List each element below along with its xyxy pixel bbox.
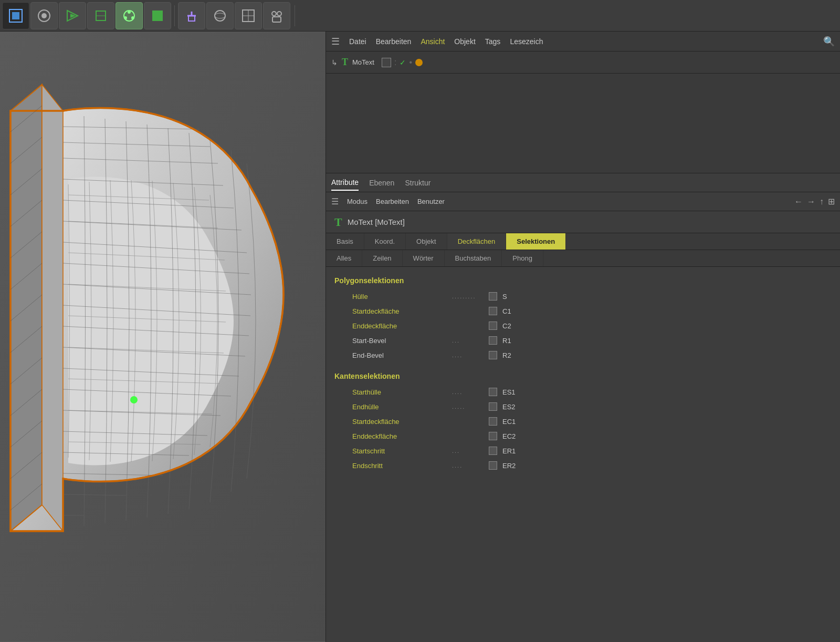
menu-bearbeiten[interactable]: Bearbeiten — [376, 37, 412, 46]
label-startschritt: Startschritt — [352, 447, 447, 455]
attr-benutzer[interactable]: Benutzer — [417, 198, 445, 205]
tool-btn-3[interactable] — [87, 2, 114, 29]
tool-btn-9[interactable] — [263, 2, 290, 29]
value-enddeck: C2 — [502, 322, 523, 330]
value-endschritt: ER2 — [502, 462, 523, 470]
label-endschritt: Endschritt — [352, 462, 447, 470]
tool-btn-2[interactable] — [59, 2, 86, 29]
label-k-enddeck: Enddeckfläche — [352, 432, 447, 440]
tool-btn-1[interactable] — [30, 2, 58, 29]
attr-toolbar: ☰ Modus Bearbeiten Benutzer ← → ↑ ⊞ — [326, 192, 840, 211]
object-controls: : ✓ • — [382, 58, 423, 67]
object-name: MoText — [352, 58, 374, 66]
menu-ansicht[interactable]: Ansicht — [421, 37, 445, 46]
checkbox-enddeck[interactable] — [489, 322, 497, 330]
dots-starthulle: .... — [452, 389, 484, 395]
attr-nav-back[interactable]: ← — [794, 197, 803, 206]
attr-nav-fwd[interactable]: → — [807, 197, 815, 206]
menu-objekt[interactable]: Objekt — [454, 37, 475, 46]
subtab-objekt[interactable]: Objekt — [406, 233, 447, 250]
dots-endbevel: .... — [452, 352, 484, 358]
tool-btn-6[interactable] — [178, 2, 205, 29]
tool-btn-5[interactable] — [144, 2, 171, 29]
subtab-zeilen[interactable]: Zeilen — [362, 250, 402, 266]
checkbox-k-enddeck[interactable] — [489, 432, 497, 440]
subtab-phong[interactable]: Phong — [502, 250, 543, 266]
menu-tags[interactable]: Tags — [485, 37, 501, 46]
attr-row-starthulle: Starthülle .... ES1 — [326, 385, 840, 399]
checkbox-startschritt[interactable] — [489, 447, 497, 455]
subtab-basis[interactable]: Basis — [326, 233, 364, 250]
checkbox-startdeck[interactable] — [489, 307, 497, 315]
svg-rect-13 — [158, 16, 163, 21]
tab-ebenen[interactable]: Ebenen — [369, 175, 394, 190]
subtab-deckflachen[interactable]: Deckflächen — [447, 233, 507, 250]
checkbox-endschritt[interactable] — [489, 461, 497, 470]
tool-btn-8[interactable] — [235, 2, 262, 29]
attr-nav-up[interactable]: ↑ — [820, 197, 824, 206]
svg-point-16 — [215, 13, 225, 18]
menu-datei[interactable]: Datei — [349, 37, 366, 46]
svg-rect-10 — [152, 11, 158, 16]
tab-struktur[interactable]: Struktur — [405, 175, 430, 190]
right-panel: ☰ Datei Bearbeiten Ansicht Objekt Tags L… — [326, 32, 840, 642]
menu-hamburger-icon[interactable]: ☰ — [331, 36, 340, 47]
object-color-dot[interactable] — [415, 59, 423, 66]
polygon-section-header: Polygonselektionen — [326, 272, 840, 289]
checkbox-endhulle[interactable] — [489, 402, 497, 411]
object-type-icon: T — [342, 57, 348, 68]
value-startschritt: ER1 — [502, 447, 523, 455]
svg-rect-22 — [272, 17, 281, 22]
object-check[interactable]: ✓ — [400, 58, 406, 67]
tab-attribute[interactable]: Attribute — [331, 175, 359, 191]
top-toolbar — [0, 0, 840, 32]
svg-point-15 — [215, 11, 225, 21]
attr-row-enddeck: Enddeckfläche C2 — [326, 318, 840, 333]
svg-rect-11 — [158, 11, 163, 16]
dots-hulle: ......... — [452, 293, 484, 299]
subtab-selektionen[interactable]: Selektionen — [506, 233, 566, 250]
viewport-scene — [0, 32, 326, 642]
separator-dot2: • — [409, 58, 412, 67]
search-icon[interactable]: 🔍 — [823, 36, 835, 47]
separator-dot: : — [394, 58, 396, 67]
checkbox-startbevel[interactable] — [489, 336, 497, 345]
checkbox-k-startdeck[interactable] — [489, 417, 497, 426]
value-starthulle: ES1 — [502, 388, 523, 396]
attr-menu-icon[interactable]: ☰ — [331, 196, 339, 206]
label-starthulle: Starthülle — [352, 388, 447, 396]
label-k-startdeck: Startdeckfläche — [352, 418, 447, 426]
dots-startschritt: ... — [452, 448, 484, 454]
obj-title-icon: T — [334, 215, 342, 229]
svg-point-20 — [272, 12, 276, 16]
subtab-koord[interactable]: Koord. — [364, 233, 406, 250]
subtab-alles[interactable]: Alles — [326, 250, 362, 266]
checkbox-starthulle[interactable] — [489, 388, 497, 396]
svg-point-21 — [277, 12, 281, 16]
attr-nav-grid[interactable]: ⊞ — [828, 196, 835, 206]
label-enddeck: Enddeckfläche — [352, 322, 447, 330]
svg-point-8 — [131, 16, 134, 19]
viewport[interactable]: ⤢ ↑ ↻ ⊡ — [0, 32, 326, 642]
value-hulle: S — [502, 293, 523, 301]
label-startbevel: Start-Bevel — [352, 337, 447, 345]
svg-rect-1 — [12, 12, 19, 19]
tool-btn-0[interactable] — [2, 2, 29, 29]
tool-btn-7[interactable] — [206, 2, 234, 29]
checkbox-endbevel[interactable] — [489, 351, 497, 359]
object-vis-square[interactable] — [382, 58, 391, 67]
attr-row-k-startdeck: Startdeckfläche EC1 — [326, 414, 840, 429]
attr-bearbeiten[interactable]: Bearbeiten — [376, 198, 409, 205]
checkbox-hulle[interactable] — [489, 292, 497, 301]
subtab-worter[interactable]: Wörter — [403, 250, 445, 266]
menu-right: 🔍 — [823, 36, 835, 47]
kanten-section-header: Kantenselektionen — [326, 368, 840, 385]
tool-btn-4[interactable] — [116, 2, 143, 29]
subtab-buchstaben[interactable]: Buchstaben — [445, 250, 502, 266]
toolbar-buttons — [0, 2, 292, 29]
main-area: ⤢ ↑ ↻ ⊡ — [0, 32, 840, 642]
menu-lesezeich[interactable]: Lesezeich — [510, 37, 543, 46]
attr-modus[interactable]: Modus — [347, 198, 368, 205]
svg-rect-12 — [152, 16, 158, 21]
object-header: ↳ T MoText : ✓ • — [326, 51, 840, 74]
